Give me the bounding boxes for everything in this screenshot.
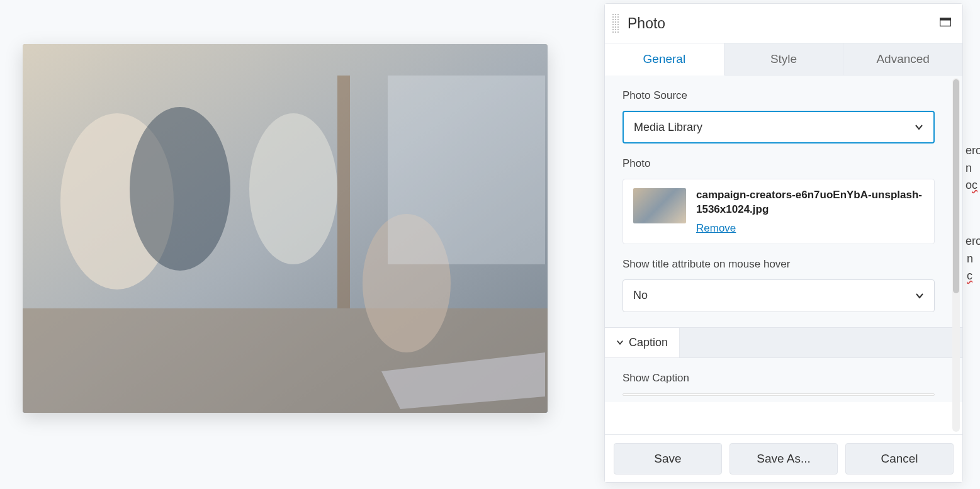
show-caption-select-partial[interactable] [622,393,935,396]
photo-preview-image [23,44,548,413]
svg-point-3 [130,107,230,271]
tab-style[interactable]: Style [724,43,844,75]
tabs: General Style Advanced [605,43,962,76]
photo-selector[interactable]: campaign-creators-e6n7uoEnYbA-unsplash-1… [622,179,935,244]
panel-footer: Save Save As... Cancel [605,434,962,482]
panel-title: Photo [628,15,665,32]
show-caption-label: Show Caption [622,372,935,385]
caption-section-toggle[interactable]: Caption [605,328,680,357]
settings-panel: Photo General Style Advanced Photo Sourc… [604,3,963,483]
canvas-area [0,0,604,489]
photo-filename: campaign-creators-e6n7uoEnYbA-unsplash-1… [696,188,924,217]
bg-text-fragment: eros [966,233,980,250]
svg-rect-7 [388,76,545,264]
panel-body: Photo Source Media Library Photo campaig… [605,76,962,434]
title-hover-select[interactable]: No [622,279,935,312]
save-as-button[interactable]: Save As... [729,443,838,475]
caption-section-header: Caption [605,327,962,358]
bg-text-fragment: n oc [966,160,980,194]
save-button[interactable]: Save [614,443,722,475]
caption-section-label: Caption [629,336,668,349]
chevron-down-icon [915,291,924,300]
photo-source-label: Photo Source [622,89,935,102]
svg-rect-9 [940,18,951,21]
photo-source-select[interactable]: Media Library [622,111,935,143]
photo-module[interactable] [23,44,548,413]
chevron-down-icon [915,123,923,132]
tab-general[interactable]: General [605,43,724,76]
panel-header[interactable]: Photo [605,4,962,43]
chevron-down-icon [616,339,624,346]
drag-handle-icon[interactable] [610,8,621,38]
photo-source-value: Media Library [634,121,702,134]
scrollbar-thumb[interactable] [953,79,959,293]
photo-thumbnail [633,188,686,223]
tab-advanced[interactable]: Advanced [843,43,962,75]
cancel-button[interactable]: Cancel [845,443,954,475]
expand-icon[interactable] [940,18,951,26]
title-hover-value: No [633,289,648,302]
scrollbar[interactable] [952,78,960,432]
title-hover-label: Show title attribute on mouse hover [622,258,935,271]
bg-text-fragment: n c [967,250,980,284]
photo-field-label: Photo [622,157,935,170]
svg-rect-6 [337,76,350,308]
svg-point-4 [249,113,337,264]
remove-photo-link[interactable]: Remove [696,222,736,235]
bg-text-fragment: eros [966,142,980,159]
